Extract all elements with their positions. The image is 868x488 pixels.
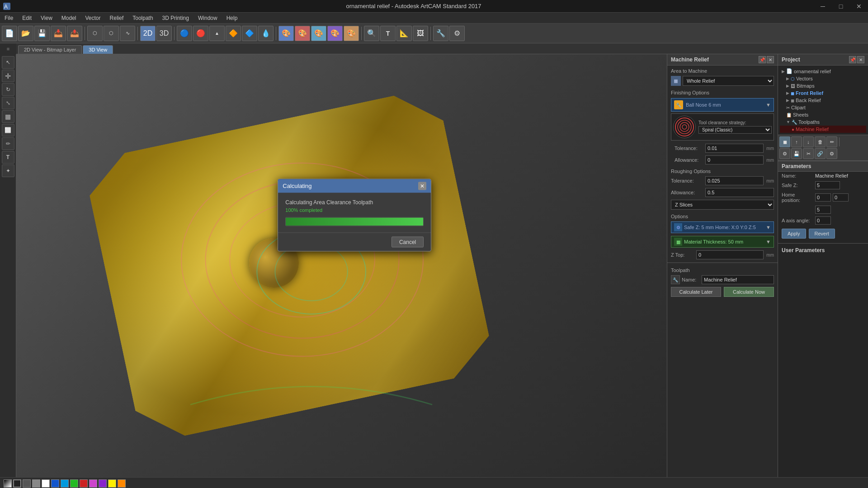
sidebar-toggle[interactable]: ≡ xyxy=(0,43,16,54)
relief-btn4[interactable]: 🔶 xyxy=(226,26,241,41)
swatch-green[interactable] xyxy=(70,479,78,488)
mr-calc-btn[interactable]: ⚙ xyxy=(779,148,790,159)
area-dropdown[interactable]: Whole Relief xyxy=(683,76,774,86)
open-btn[interactable]: 📂 xyxy=(18,26,33,41)
swatch-lightblue[interactable] xyxy=(61,479,69,488)
cancel-button[interactable]: Cancel xyxy=(392,236,424,247)
text-left-tool[interactable]: T xyxy=(2,151,14,164)
project-close-btn[interactable]: ✕ xyxy=(857,56,864,63)
import-btn[interactable]: 📥 xyxy=(51,26,66,41)
color-btn2[interactable]: 🎨 xyxy=(295,26,310,41)
measure-tool[interactable]: 📐 xyxy=(396,26,412,41)
revert-button[interactable]: Revert xyxy=(809,229,835,239)
view-3d[interactable]: 3D xyxy=(156,26,172,41)
swatch-blue[interactable] xyxy=(51,479,59,488)
safe-z-dropdown-arrow[interactable]: ▼ xyxy=(766,225,771,230)
tree-item-back-relief[interactable]: ▶ ◼ Back Relief xyxy=(780,97,866,104)
menu-view[interactable]: View xyxy=(36,13,57,23)
export-btn[interactable]: 📤 xyxy=(67,26,82,41)
menu-model[interactable]: Model xyxy=(57,13,81,23)
node-tool[interactable]: ⬡ xyxy=(87,26,103,41)
toolpath-name-input[interactable] xyxy=(702,275,774,284)
menu-relief[interactable]: Relief xyxy=(105,13,128,23)
tree-item-clipart[interactable]: ✂ Clipart xyxy=(780,104,866,111)
color-btn4[interactable]: 🎨 xyxy=(327,26,343,41)
close-btn[interactable]: ✕ xyxy=(850,0,868,13)
swatch-yellow[interactable] xyxy=(108,479,116,488)
mr-save-btn[interactable]: 💾 xyxy=(791,148,802,159)
swatch-darkgray[interactable] xyxy=(23,479,31,488)
menu-help[interactable]: Help xyxy=(222,13,242,23)
tab-2d-view[interactable]: 2D View - Bitmap Layer xyxy=(18,45,82,54)
param-axis-input[interactable] xyxy=(815,216,831,225)
menu-toolpath[interactable]: Toolpath xyxy=(128,13,157,23)
menu-3dprinting[interactable]: 3D Printing xyxy=(158,13,193,23)
mr-up-btn[interactable]: ↑ xyxy=(791,136,802,147)
new-btn[interactable]: 📄 xyxy=(2,26,17,41)
param-home-z[interactable] xyxy=(815,206,831,214)
panel-close-btn[interactable]: ✕ xyxy=(767,56,774,63)
zoom-fit[interactable]: 🔍 xyxy=(364,26,379,41)
swatch-orange[interactable] xyxy=(118,479,126,488)
minimize-btn[interactable]: ─ xyxy=(814,0,832,13)
roughing-allowance-input[interactable] xyxy=(705,188,774,197)
color-btn1[interactable]: 🎨 xyxy=(278,26,294,41)
material-dropdown-arrow[interactable]: ▼ xyxy=(766,239,771,244)
color-btn3[interactable]: 🎨 xyxy=(311,26,326,41)
bitmap-btn[interactable]: 🖼 xyxy=(413,26,428,41)
3d-viewport[interactable]: Calculating ✕ Calculating Area Clearance… xyxy=(16,54,667,477)
view-2d[interactable]: 2D xyxy=(140,26,156,41)
mr-cut-btn[interactable]: ✂ xyxy=(803,148,814,159)
text-tool[interactable]: T xyxy=(380,26,396,41)
swatch-gray[interactable] xyxy=(32,479,40,488)
swatch-pink[interactable] xyxy=(89,479,97,488)
roughing-tolerance-input[interactable] xyxy=(705,176,764,185)
dialog-close-btn[interactable]: ✕ xyxy=(418,182,426,190)
tree-item-front-relief[interactable]: ▶ ◼ Front Relief xyxy=(780,89,866,97)
save-btn[interactable]: 💾 xyxy=(34,26,50,41)
rotate-tool[interactable]: ↻ xyxy=(2,83,14,96)
tree-item-bitmaps[interactable]: ▶ 🖼 Bitmaps xyxy=(780,82,866,89)
param-safez-input[interactable] xyxy=(815,181,840,189)
move-tool[interactable]: ✛ xyxy=(2,70,14,82)
relief-btn1[interactable]: 🔵 xyxy=(177,26,192,41)
tolerance-input[interactable] xyxy=(705,144,764,153)
calculate-later-btn[interactable]: Calculate Later xyxy=(671,287,721,297)
tree-item-toolpaths[interactable]: ▼ 🔧 Toolpaths xyxy=(780,118,866,126)
mr-edit-btn[interactable]: ✏ xyxy=(826,136,837,147)
relief-btn6[interactable]: 💧 xyxy=(258,26,274,41)
mr-link-btn[interactable]: 🔗 xyxy=(815,148,826,159)
swatch-black[interactable] xyxy=(13,479,21,488)
tool-dropdown-arrow[interactable]: ▼ xyxy=(766,102,771,108)
tree-item-sheets[interactable]: 📋 Sheets xyxy=(780,111,866,118)
swatch-white[interactable] xyxy=(42,479,50,488)
toolpath-btn2[interactable]: ⚙ xyxy=(449,26,465,41)
pencil-tool[interactable]: ✏ xyxy=(2,137,14,150)
param-home-x[interactable] xyxy=(815,193,831,202)
calculate-now-btn[interactable]: Calculate Now xyxy=(724,287,774,297)
rectangle-tool[interactable]: ⬜ xyxy=(2,124,14,136)
fg-bg-colors[interactable] xyxy=(4,479,12,488)
select-tool[interactable]: ⬡ xyxy=(104,26,119,41)
param-home-y[interactable] xyxy=(833,193,849,202)
menu-vector[interactable]: Vector xyxy=(81,13,105,23)
menu-file[interactable]: File xyxy=(0,13,18,23)
draw-tool[interactable]: ▦ xyxy=(2,110,14,123)
project-pin-btn[interactable]: 📌 xyxy=(849,56,856,63)
relief-btn5[interactable]: 🔷 xyxy=(242,26,257,41)
tree-item-root[interactable]: ▶ 📄 ornamental relief xyxy=(780,67,866,75)
relief-btn2[interactable]: 🔴 xyxy=(193,26,208,41)
relief-btn3[interactable]: ▲ xyxy=(209,26,225,41)
maximize-btn[interactable]: □ xyxy=(832,0,850,13)
node-left-tool[interactable]: ✦ xyxy=(2,164,14,177)
tree-item-vectors[interactable]: ▶ ⬡ Vectors xyxy=(780,75,866,82)
swatch-purple[interactable] xyxy=(99,479,107,488)
mr-relief-btn[interactable]: ◼ xyxy=(779,136,790,147)
apply-button[interactable]: Apply xyxy=(782,229,806,239)
tree-item-machine-relief[interactable]: ● Machine Relief xyxy=(780,126,866,133)
color-btn5[interactable]: 🎨 xyxy=(344,26,359,41)
warp-tool[interactable]: ∿ xyxy=(120,26,135,41)
mr-settings-btn[interactable]: ⚙ xyxy=(826,148,837,159)
strategy-dropdown[interactable]: Spiral (Classic) xyxy=(698,126,772,134)
toolpath-btn1[interactable]: 🔧 xyxy=(433,26,448,41)
